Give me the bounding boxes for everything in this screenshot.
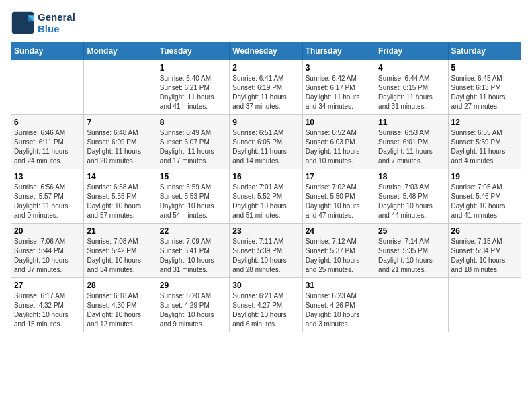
day-number: 30	[232, 281, 299, 290]
week-row-4: 20Sunrise: 7:06 AMSunset: 5:44 PMDayligh…	[11, 224, 521, 278]
day-cell	[375, 278, 448, 332]
weekday-saturday: Saturday	[448, 42, 521, 60]
day-number: 4	[378, 63, 445, 73]
day-number: 10	[306, 118, 372, 127]
day-cell: 12Sunrise: 6:55 AMSunset: 5:59 PMDayligh…	[448, 115, 521, 169]
day-info: Sunrise: 6:46 AMSunset: 6:11 PMDaylight:…	[14, 128, 81, 166]
day-number: 14	[87, 172, 153, 181]
day-number: 11	[378, 118, 445, 127]
day-info: Sunrise: 7:06 AMSunset: 5:44 PMDaylight:…	[14, 237, 81, 275]
day-info: Sunrise: 6:49 AMSunset: 6:07 PMDaylight:…	[160, 128, 226, 166]
day-cell: 1Sunrise: 6:40 AMSunset: 6:21 PMDaylight…	[157, 60, 229, 115]
day-info: Sunrise: 6:23 AMSunset: 4:26 PMDaylight:…	[306, 291, 372, 329]
day-number: 27	[14, 281, 81, 290]
day-number: 19	[451, 172, 518, 181]
day-cell: 25Sunrise: 7:14 AMSunset: 5:35 PMDayligh…	[375, 224, 448, 278]
day-cell: 30Sunrise: 6:21 AMSunset: 4:27 PMDayligh…	[230, 278, 302, 332]
day-info: Sunrise: 6:56 AMSunset: 5:57 PMDaylight:…	[14, 183, 81, 220]
day-cell: 8Sunrise: 6:49 AMSunset: 6:07 PMDaylight…	[157, 115, 229, 169]
day-number: 16	[232, 172, 299, 181]
day-info: Sunrise: 6:41 AMSunset: 6:19 PMDaylight:…	[232, 74, 299, 111]
day-cell: 14Sunrise: 6:58 AMSunset: 5:55 PMDayligh…	[84, 169, 157, 224]
week-row-3: 13Sunrise: 6:56 AMSunset: 5:57 PMDayligh…	[11, 169, 521, 224]
logo: General Blue	[11, 11, 75, 35]
calendar-body: 1Sunrise: 6:40 AMSunset: 6:21 PMDaylight…	[11, 60, 521, 332]
day-number: 20	[14, 226, 81, 236]
day-cell: 3Sunrise: 6:42 AMSunset: 6:17 PMDaylight…	[302, 60, 375, 115]
day-cell: 23Sunrise: 7:11 AMSunset: 5:39 PMDayligh…	[230, 224, 302, 278]
day-number: 12	[451, 118, 518, 127]
day-cell: 19Sunrise: 7:05 AMSunset: 5:46 PMDayligh…	[448, 169, 521, 224]
day-info: Sunrise: 6:42 AMSunset: 6:17 PMDaylight:…	[306, 74, 372, 111]
day-number: 23	[232, 226, 299, 236]
day-number: 7	[87, 118, 153, 127]
day-number: 29	[160, 281, 226, 290]
day-cell: 18Sunrise: 7:03 AMSunset: 5:48 PMDayligh…	[375, 169, 448, 224]
day-info: Sunrise: 6:45 AMSunset: 6:13 PMDaylight:…	[451, 74, 518, 111]
day-info: Sunrise: 6:40 AMSunset: 6:21 PMDaylight:…	[160, 74, 226, 111]
day-cell: 17Sunrise: 7:02 AMSunset: 5:50 PMDayligh…	[302, 169, 375, 224]
day-number: 24	[306, 226, 372, 236]
day-number: 25	[378, 226, 445, 236]
weekday-sunday: Sunday	[11, 42, 84, 60]
day-number: 17	[306, 172, 372, 181]
day-cell: 21Sunrise: 7:08 AMSunset: 5:42 PMDayligh…	[84, 224, 157, 278]
day-info: Sunrise: 7:15 AMSunset: 5:34 PMDaylight:…	[451, 237, 518, 275]
day-info: Sunrise: 6:53 AMSunset: 6:01 PMDaylight:…	[378, 128, 445, 166]
day-info: Sunrise: 7:12 AMSunset: 5:37 PMDaylight:…	[306, 237, 372, 275]
day-cell	[448, 278, 521, 332]
day-number: 2	[232, 63, 299, 73]
day-number: 1	[160, 63, 226, 73]
day-info: Sunrise: 6:58 AMSunset: 5:55 PMDaylight:…	[87, 183, 153, 220]
day-cell: 24Sunrise: 7:12 AMSunset: 5:37 PMDayligh…	[302, 224, 375, 278]
day-info: Sunrise: 6:55 AMSunset: 5:59 PMDaylight:…	[451, 128, 518, 166]
day-number: 26	[451, 226, 518, 236]
day-number: 21	[87, 226, 153, 236]
day-number: 8	[160, 118, 226, 127]
day-info: Sunrise: 6:59 AMSunset: 5:53 PMDaylight:…	[160, 183, 226, 220]
day-number: 3	[306, 63, 372, 73]
day-cell	[11, 60, 84, 115]
day-info: Sunrise: 6:48 AMSunset: 6:09 PMDaylight:…	[87, 128, 153, 166]
day-number: 15	[160, 172, 226, 181]
day-number: 5	[451, 63, 518, 73]
day-cell: 29Sunrise: 6:20 AMSunset: 4:29 PMDayligh…	[157, 278, 229, 332]
day-info: Sunrise: 6:51 AMSunset: 6:05 PMDaylight:…	[232, 128, 299, 166]
week-row-1: 1Sunrise: 6:40 AMSunset: 6:21 PMDaylight…	[11, 60, 521, 115]
day-cell: 26Sunrise: 7:15 AMSunset: 5:34 PMDayligh…	[448, 224, 521, 278]
day-info: Sunrise: 6:18 AMSunset: 4:30 PMDaylight:…	[87, 291, 153, 329]
week-row-5: 27Sunrise: 6:17 AMSunset: 4:32 PMDayligh…	[11, 278, 521, 332]
day-cell: 22Sunrise: 7:09 AMSunset: 5:41 PMDayligh…	[157, 224, 229, 278]
day-number: 9	[232, 118, 299, 127]
day-cell: 27Sunrise: 6:17 AMSunset: 4:32 PMDayligh…	[11, 278, 84, 332]
day-cell: 4Sunrise: 6:44 AMSunset: 6:15 PMDaylight…	[375, 60, 448, 115]
day-cell: 2Sunrise: 6:41 AMSunset: 6:19 PMDaylight…	[230, 60, 302, 115]
day-info: Sunrise: 7:05 AMSunset: 5:46 PMDaylight:…	[451, 183, 518, 220]
weekday-monday: Monday	[84, 42, 157, 60]
day-info: Sunrise: 7:08 AMSunset: 5:42 PMDaylight:…	[87, 237, 153, 275]
day-info: Sunrise: 7:02 AMSunset: 5:50 PMDaylight:…	[306, 183, 372, 220]
logo-icon	[11, 11, 35, 35]
day-number: 31	[306, 281, 372, 290]
week-row-2: 6Sunrise: 6:46 AMSunset: 6:11 PMDaylight…	[11, 115, 521, 169]
day-number: 28	[87, 281, 153, 290]
day-info: Sunrise: 6:52 AMSunset: 6:03 PMDaylight:…	[306, 128, 372, 166]
day-cell: 5Sunrise: 6:45 AMSunset: 6:13 PMDaylight…	[448, 60, 521, 115]
weekday-header-row: SundayMondayTuesdayWednesdayThursdayFrid…	[11, 42, 521, 60]
svg-rect-0	[12, 12, 34, 34]
day-info: Sunrise: 6:20 AMSunset: 4:29 PMDaylight:…	[160, 291, 226, 329]
day-cell: 9Sunrise: 6:51 AMSunset: 6:05 PMDaylight…	[230, 115, 302, 169]
day-cell: 7Sunrise: 6:48 AMSunset: 6:09 PMDaylight…	[84, 115, 157, 169]
page-header: General Blue	[11, 11, 521, 35]
day-info: Sunrise: 6:17 AMSunset: 4:32 PMDaylight:…	[14, 291, 81, 329]
day-info: Sunrise: 6:44 AMSunset: 6:15 PMDaylight:…	[378, 74, 445, 111]
day-info: Sunrise: 7:11 AMSunset: 5:39 PMDaylight:…	[232, 237, 299, 275]
day-info: Sunrise: 6:21 AMSunset: 4:27 PMDaylight:…	[232, 291, 299, 329]
day-cell: 11Sunrise: 6:53 AMSunset: 6:01 PMDayligh…	[375, 115, 448, 169]
logo-text: General Blue	[38, 11, 75, 34]
calendar-header: SundayMondayTuesdayWednesdayThursdayFrid…	[11, 42, 521, 60]
day-cell: 16Sunrise: 7:01 AMSunset: 5:52 PMDayligh…	[230, 169, 302, 224]
day-cell	[84, 60, 157, 115]
day-cell: 13Sunrise: 6:56 AMSunset: 5:57 PMDayligh…	[11, 169, 84, 224]
weekday-tuesday: Tuesday	[157, 42, 229, 60]
